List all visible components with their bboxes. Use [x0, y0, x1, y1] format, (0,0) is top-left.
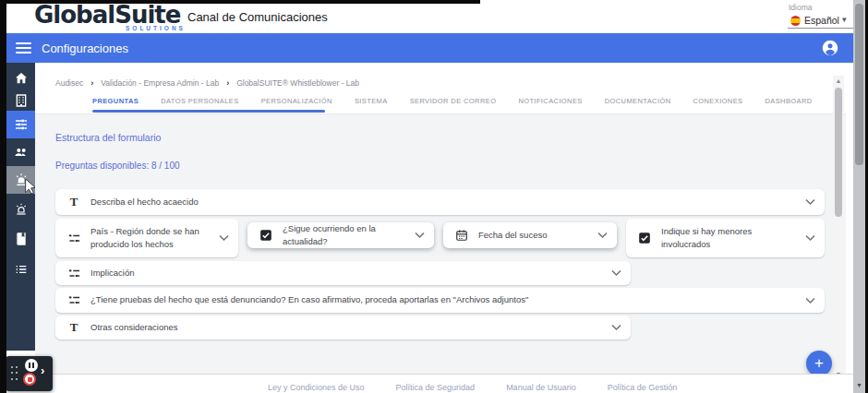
sidebar-item-form-settings[interactable] — [6, 111, 35, 138]
form-structure-link[interactable]: Estructura del formulario — [55, 132, 161, 143]
chevron-down-icon[interactable] — [611, 325, 621, 331]
question-label: ¿Tiene pruebas del hecho que está denunc… — [90, 293, 528, 306]
divider — [35, 113, 846, 114]
sidebar-item-alerts[interactable] — [6, 196, 35, 223]
spain-flag-icon — [790, 16, 801, 26]
sidebar-item-logbook[interactable] — [6, 225, 35, 253]
language-label: Idioma — [789, 3, 813, 12]
footer-link-seguridad[interactable]: Política de Seguridad — [396, 383, 476, 392]
siren-outline-icon — [14, 202, 29, 217]
active-tab-indicator — [92, 110, 325, 113]
logo-subtitle: SOLUTIONS — [126, 25, 186, 31]
question-label: Describa el hecho acaecido — [90, 196, 199, 208]
scroll-up-icon[interactable]: ▲ — [835, 77, 842, 85]
main-navbar: Configuraciones — [6, 33, 853, 63]
users-icon — [14, 145, 29, 160]
chevron-down-icon[interactable] — [805, 235, 815, 242]
window-scrollbar[interactable]: ▼ — [853, 0, 865, 393]
question-label: Implicación — [90, 267, 135, 280]
stop-record-button[interactable] — [23, 373, 36, 386]
tab-sistema[interactable]: SISTEMA — [355, 97, 388, 105]
pause-button[interactable] — [25, 359, 38, 372]
left-sidebar — [6, 63, 35, 351]
page-title: Canal de Comunicaciones — [187, 10, 328, 24]
screen-recorder-widget: › — [6, 356, 53, 391]
breadcrumb-item[interactable]: Validación - Empresa Admin - Lab — [101, 78, 219, 88]
options-list-icon — [66, 232, 81, 245]
breadcrumb-separator: › — [90, 78, 93, 88]
breadcrumb-item[interactable]: GlobalSUITE® Whistleblower - Lab — [236, 78, 359, 88]
content-scrollbar[interactable]: ▲ ▼ — [833, 76, 844, 380]
question-card[interactable]: País - Región donde se han producido los… — [55, 219, 238, 257]
question-card[interactable]: Implicación — [55, 261, 631, 285]
options-list-icon — [66, 293, 81, 307]
chevron-down-icon[interactable] — [415, 232, 425, 239]
question-label: País - Región donde se han producido los… — [90, 225, 214, 252]
question-card[interactable]: ¿Sigue ocurriendo en la actualidad? — [247, 222, 434, 248]
sidebar-item-users[interactable] — [6, 138, 35, 166]
list-icon — [14, 262, 29, 277]
navbar-title: Configuraciones — [42, 42, 128, 55]
chevron-down-icon[interactable] — [597, 232, 608, 239]
chevron-down-icon[interactable] — [805, 199, 815, 206]
text-field-icon: T — [66, 320, 81, 335]
checkbox-checked-icon — [259, 229, 273, 242]
breadcrumb-separator: › — [226, 78, 229, 88]
breadcrumb-item[interactable]: Audisec — [55, 78, 83, 88]
footer: Ley y Condiciones de Uso Política de Seg… — [6, 374, 853, 393]
user-account-icon[interactable] — [822, 40, 838, 56]
footer-link-condiciones[interactable]: Ley y Condiciones de Uso — [268, 383, 365, 392]
question-label: Indique si hay menores involucrados — [661, 225, 801, 252]
text-field-icon: T — [66, 195, 81, 209]
building-icon — [14, 93, 29, 108]
question-card[interactable]: Fecha del suceso — [443, 222, 617, 248]
question-card[interactable]: T Otras consideraciones — [55, 316, 631, 339]
breadcrumb: Audisec › Validación - Empresa Admin - L… — [55, 78, 359, 88]
tab-bar: PREGUNTAS DATOS PERSONALES PERSONALIZACI… — [92, 97, 813, 105]
scrollbar-thumb[interactable] — [835, 88, 842, 217]
options-list-icon — [66, 267, 81, 280]
question-card[interactable]: T Describa el hecho acaecido — [55, 189, 825, 215]
chevron-down-icon: ▾ — [842, 15, 847, 24]
app-window: GlobalSuite SOLUTIONS Canal de Comunicac… — [0, 0, 868, 393]
language-select[interactable]: Español ▾ — [788, 13, 854, 29]
footer-link-manual[interactable]: Manual de Usuario — [506, 383, 576, 392]
tab-dashboard[interactable]: DASHBOARD — [765, 97, 812, 105]
chevron-down-icon[interactable] — [805, 297, 815, 304]
calendar-icon — [454, 229, 469, 242]
drag-handle-icon[interactable] — [11, 366, 18, 381]
checkbox-checked-icon — [637, 232, 652, 244]
sidebar-item-list[interactable] — [6, 256, 35, 283]
question-card[interactable]: ¿Tiene pruebas del hecho que está denunc… — [55, 288, 825, 313]
menu-icon[interactable] — [16, 42, 31, 54]
tab-datos-personales[interactable]: DATOS PERSONALES — [161, 97, 238, 105]
window-frame — [0, 0, 6, 393]
tab-notificaciones[interactable]: NOTIFICACIONES — [518, 97, 582, 105]
window-scrollbar-thumb[interactable] — [855, 4, 863, 165]
tab-personalizacion[interactable]: PERSONALIZACIÓN — [261, 97, 332, 105]
question-card[interactable]: Indique si hay menores involucrados — [626, 219, 825, 257]
question-label: Fecha del suceso — [478, 229, 547, 242]
home-icon — [14, 71, 29, 86]
tab-conexiones[interactable]: CONEXIONES — [693, 97, 742, 105]
tab-documentacion[interactable]: DOCUMENTACIÓN — [605, 97, 671, 105]
chevron-down-icon[interactable] — [611, 270, 621, 277]
expand-chevron-icon[interactable]: › — [41, 363, 44, 377]
chevron-down-icon[interactable] — [219, 235, 229, 242]
question-label: Otras consideraciones — [90, 321, 178, 334]
window-frame — [0, 0, 480, 4]
add-question-button[interactable]: + — [806, 351, 832, 376]
sidebar-item-incidents[interactable] — [6, 166, 35, 194]
form-settings-icon — [14, 117, 29, 132]
book-icon — [14, 232, 29, 246]
question-label: ¿Sigue ocurriendo en la actualidad? — [283, 222, 410, 249]
top-header: GlobalSuite SOLUTIONS Canal de Comunicac… — [6, 0, 853, 33]
questions-counter: Preguntas disponibles: 8 / 100 — [55, 161, 180, 171]
language-value: Español — [804, 15, 839, 26]
footer-link-gestion[interactable]: Política de Gestión — [608, 383, 678, 392]
scroll-down-icon[interactable]: ▼ — [856, 382, 862, 388]
tab-servidor-correo[interactable]: SERVIDOR DE CORREO — [410, 97, 497, 105]
tab-preguntas[interactable]: PREGUNTAS — [92, 97, 139, 105]
